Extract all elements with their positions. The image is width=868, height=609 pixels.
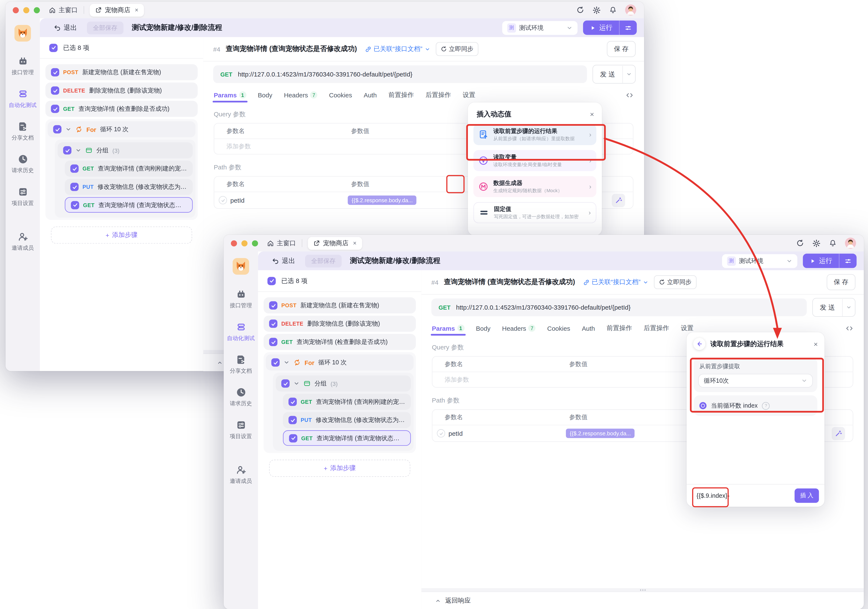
chevron-down-icon[interactable]: [65, 126, 71, 133]
chevron-down-icon[interactable]: [284, 360, 290, 366]
current-loop-index-radio[interactable]: 当前循环数 index?: [698, 400, 813, 411]
back-button[interactable]: [693, 338, 705, 350]
tab-pet-store[interactable]: 宠物商店×: [90, 4, 144, 16]
code-view-icon[interactable]: [626, 91, 634, 99]
run-settings-button[interactable]: [839, 257, 857, 265]
tab-headers[interactable]: Headers7: [502, 324, 536, 332]
tab-params[interactable]: Params1: [432, 324, 464, 332]
step-select[interactable]: 循环10次: [698, 374, 813, 387]
sidebar-item-invite[interactable]: 邀请成员: [12, 231, 34, 252]
tab-cookies[interactable]: Cookies: [547, 325, 570, 332]
checkbox-checked-icon[interactable]: [53, 125, 61, 133]
tab-pre-ops[interactable]: 前置操作: [606, 324, 632, 332]
bell-icon[interactable]: [609, 6, 617, 14]
tab-post-ops[interactable]: 后置操作: [425, 91, 451, 99]
tab-auth[interactable]: Auth: [364, 91, 377, 98]
linked-doc-button[interactable]: 已关联“接口文档”: [583, 278, 648, 287]
row-check-icon[interactable]: [219, 196, 227, 205]
exit-button[interactable]: 退出: [54, 23, 77, 33]
sidebar-item-invite[interactable]: 邀请成员: [230, 465, 252, 485]
url-input[interactable]: GEThttp://127.0.0.1:4523/m1/3760340-3391…: [213, 65, 587, 83]
checkbox-checked-icon[interactable]: [288, 416, 297, 424]
radio-selected-icon[interactable]: [699, 402, 707, 409]
run-button[interactable]: 运行: [583, 20, 637, 35]
bell-icon[interactable]: [829, 239, 837, 247]
run-settings-button[interactable]: [620, 24, 637, 31]
tab-pre-ops[interactable]: 前置操作: [388, 91, 414, 99]
dynamic-value-tag[interactable]: {{$.2.response.body.da...: [348, 195, 417, 205]
avatar[interactable]: [625, 5, 636, 15]
sidebar-item-share-docs[interactable]: 分享文档: [12, 121, 34, 142]
checkbox-checked-icon[interactable]: [71, 201, 79, 209]
step-row[interactable]: GET查询宠物详情 (检查删除是否成功): [264, 334, 416, 350]
avatar[interactable]: [845, 238, 856, 249]
tab-body[interactable]: Body: [258, 91, 272, 98]
close-window-icon[interactable]: [231, 240, 237, 246]
checkbox-checked-icon[interactable]: [281, 379, 290, 387]
save-button[interactable]: 保 存: [607, 41, 636, 57]
checkbox-checked-icon[interactable]: [49, 43, 57, 52]
add-param-placeholder[interactable]: 添加参数: [226, 143, 251, 151]
add-step-button[interactable]: +添加步骤: [51, 226, 192, 244]
minimize-window-icon[interactable]: [23, 7, 29, 13]
sidebar-item-autotest[interactable]: 自动化测试: [227, 322, 255, 342]
checkbox-checked-icon[interactable]: [63, 146, 71, 155]
menu-item-read-variable[interactable]: 读取变量读取环境变量/全局变量/临时变量›: [473, 150, 596, 171]
send-options-button[interactable]: [623, 71, 635, 77]
gear-icon[interactable]: [592, 6, 601, 14]
tab-settings[interactable]: 设置: [681, 324, 693, 332]
close-tab-icon[interactable]: ×: [135, 6, 138, 13]
url-input[interactable]: GEThttp://127.0.0.1:4523/m1/3760340-3391…: [431, 299, 807, 316]
tab-home[interactable]: 主窗口: [267, 239, 296, 247]
insert-button[interactable]: 插 入: [795, 488, 819, 503]
checkbox-checked-icon[interactable]: [51, 68, 59, 76]
menu-item-read-previous-step[interactable]: 读取前置步骤的运行结果从前置步骤（如请求/响应）里提取数据›: [473, 124, 596, 145]
close-window-icon[interactable]: [13, 7, 19, 13]
magic-wand-button[interactable]: [612, 194, 625, 207]
step-row-selected[interactable]: GET查询宠物详情 (查询宠物状态是否修...: [65, 197, 192, 213]
save-all-button[interactable]: 全部保存: [87, 21, 124, 34]
tab-pet-store[interactable]: 宠物商店×: [308, 237, 362, 249]
checkbox-checked-icon[interactable]: [289, 434, 298, 442]
save-button[interactable]: 保 存: [827, 274, 856, 290]
checkbox-checked-icon[interactable]: [70, 164, 79, 173]
close-icon[interactable]: ×: [590, 110, 594, 118]
tab-body[interactable]: Body: [476, 325, 490, 332]
step-row-selected[interactable]: GET查询宠物详情 (查询宠物状态是否修...: [283, 430, 411, 446]
app-logo-fox[interactable]: [232, 258, 249, 275]
param-name[interactable]: petId: [448, 430, 566, 437]
sync-now-button[interactable]: 立即同步: [654, 275, 696, 289]
tab-params[interactable]: Params1: [214, 91, 246, 99]
sidebar-item-autotest[interactable]: 自动化测试: [9, 88, 37, 109]
environment-select[interactable]: 测测试环境: [502, 21, 577, 34]
checkbox-checked-icon[interactable]: [70, 183, 79, 191]
step-row[interactable]: GET查询宠物详情 (查询刚刚建的宠物): [283, 394, 411, 410]
tab-post-ops[interactable]: 后置操作: [644, 324, 669, 332]
checkbox-checked-icon[interactable]: [51, 105, 59, 113]
linked-doc-button[interactable]: 已关联“接口文档”: [365, 45, 430, 53]
tab-auth[interactable]: Auth: [582, 325, 595, 332]
save-all-button[interactable]: 全部保存: [305, 254, 342, 267]
step-row[interactable]: POST新建宠物信息 (新建在售宠物): [264, 298, 416, 313]
tab-headers[interactable]: Headers7: [284, 91, 318, 99]
checkbox-checked-icon[interactable]: [269, 338, 277, 346]
exit-button[interactable]: 退出: [272, 256, 295, 265]
sidebar-item-history[interactable]: 请求历史: [230, 387, 252, 408]
menu-item-data-generator[interactable]: 数据生成器生成特定规则/随机数据（Mock）›: [473, 176, 596, 197]
sync-icon[interactable]: [576, 6, 584, 14]
tab-home[interactable]: 主窗口: [49, 6, 78, 14]
step-row[interactable]: GET查询宠物详情 (检查删除是否成功): [45, 101, 198, 117]
checkbox-checked-icon[interactable]: [51, 86, 59, 95]
step-row[interactable]: PUT修改宠物信息 (修改宠物状态为 sold): [65, 179, 192, 195]
sidebar-item-api[interactable]: 接口管理: [230, 289, 252, 310]
close-icon[interactable]: ×: [814, 340, 818, 348]
traffic-lights[interactable]: [13, 7, 40, 13]
group-step-row[interactable]: 分组(3): [57, 143, 192, 158]
tab-settings[interactable]: 设置: [463, 91, 475, 99]
group-step-row[interactable]: 分组(3): [276, 375, 411, 391]
tab-cookies[interactable]: Cookies: [329, 91, 352, 98]
loop-step-row[interactable]: For循环 10 次: [266, 354, 414, 370]
param-name[interactable]: petId: [230, 197, 348, 203]
loop-step-row[interactable]: For循环 10 次: [48, 121, 195, 137]
step-row[interactable]: DELETE删除宠物信息 (删除该宠物): [264, 316, 416, 332]
